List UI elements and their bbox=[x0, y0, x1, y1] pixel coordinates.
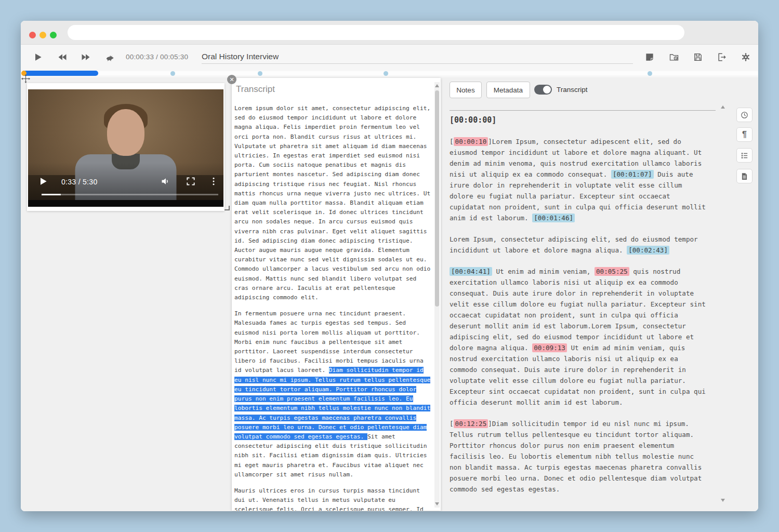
video-panel: 0:33 / 5:30 bbox=[27, 83, 225, 211]
selected-text[interactable]: Diam sollicitudin tempor id eu nisl nunc… bbox=[234, 367, 430, 440]
timestamp-badge-pink[interactable]: 00:09:13 bbox=[532, 343, 567, 352]
video-frame[interactable]: 0:33 / 5:30 bbox=[28, 89, 223, 207]
skip-forward-button[interactable] bbox=[80, 51, 92, 63]
timeline-marker[interactable] bbox=[648, 71, 652, 76]
settings-button[interactable] bbox=[740, 51, 752, 63]
video-more-options-button[interactable] bbox=[207, 175, 220, 188]
playback-speed-button[interactable] bbox=[104, 51, 116, 63]
export-icon bbox=[717, 52, 727, 62]
timeline-progress bbox=[23, 71, 98, 76]
video-play-icon bbox=[38, 176, 48, 187]
transcript-text[interactable]: Lorem ipsum dolor sit amet, consectetur … bbox=[234, 104, 433, 511]
list-icon bbox=[740, 151, 749, 160]
transcript-panel: ✕ Transcript Lorem ipsum dolor sit amet,… bbox=[232, 78, 441, 511]
titlebar bbox=[21, 21, 758, 45]
transcript-paragraph: Mauris ultrices eros in cursus turpis ma… bbox=[234, 486, 433, 511]
gear-icon bbox=[741, 52, 751, 62]
transcript-scrollbar[interactable] bbox=[434, 82, 440, 508]
timeline[interactable] bbox=[21, 69, 758, 77]
timestamped-transcript[interactable]: [00:00:00] [00:00:10]Lorem Ipsum, consec… bbox=[450, 115, 709, 511]
video-fullscreen-button[interactable] bbox=[184, 175, 197, 188]
transcript-segment: Mauris ultrices eros in cursus turpis ma… bbox=[234, 487, 430, 511]
transcript-toggle-label: Transcript bbox=[557, 86, 588, 94]
video-play-button[interactable] bbox=[36, 175, 50, 188]
document-tool-button[interactable] bbox=[736, 169, 752, 183]
video-volume-button[interactable] bbox=[159, 175, 173, 188]
video-time-display: 0:33 / 5:30 bbox=[61, 178, 97, 186]
clock-icon bbox=[740, 111, 749, 119]
toggle-knob bbox=[543, 86, 551, 94]
timestamp-badge-blue[interactable]: [00:04:41] bbox=[450, 267, 492, 276]
timestamp-badge-blue[interactable]: [00:02:43] bbox=[627, 246, 669, 255]
session-title-input[interactable] bbox=[202, 50, 633, 64]
timestamp-badge-pink[interactable]: 00:05:25 bbox=[595, 267, 629, 276]
kebab-menu-icon bbox=[208, 176, 219, 187]
folder-recent-icon bbox=[669, 52, 679, 62]
right-scroll-up-arrow-icon[interactable] bbox=[721, 105, 725, 109]
timestamp-badge-blue[interactable]: [00:01:07] bbox=[611, 170, 654, 179]
timeline-marker[interactable] bbox=[170, 71, 175, 76]
video-controls: 0:33 / 5:30 bbox=[28, 175, 223, 191]
skip-forward-icon bbox=[81, 52, 91, 62]
timestamp-badge-pink[interactable]: 00:12:25 bbox=[454, 419, 488, 428]
paragraph-tool-button[interactable]: ¶ bbox=[736, 127, 752, 142]
desktop-background: { "window": { "url_value": "" }, "toolba… bbox=[0, 0, 779, 532]
save-button[interactable] bbox=[692, 51, 704, 63]
timeline-marker[interactable] bbox=[384, 71, 388, 76]
note-button[interactable] bbox=[643, 51, 656, 63]
note-icon bbox=[644, 52, 655, 62]
timestamp-badge-pink[interactable]: 00:00:10 bbox=[454, 137, 488, 146]
divider bbox=[450, 110, 716, 111]
right-scroll-down-arrow-icon[interactable] bbox=[721, 499, 725, 502]
skip-back-icon bbox=[57, 52, 68, 62]
transcript-segment: [ bbox=[450, 138, 454, 145]
transcript-segment: quis nostrud exercitation ullamco labori… bbox=[450, 268, 706, 352]
scroll-up-arrow-icon[interactable] bbox=[435, 84, 439, 87]
transcript-segment: In fermentum posuere urna nec tincidunt … bbox=[234, 310, 424, 374]
video-progress-fill bbox=[42, 194, 61, 195]
interviewee-face bbox=[107, 109, 144, 156]
timestamps-tool-button[interactable] bbox=[736, 108, 752, 122]
minimize-window-button[interactable] bbox=[39, 32, 46, 38]
transcript-paragraph: In fermentum posuere urna nec tincidunt … bbox=[234, 309, 433, 480]
scroll-down-arrow-icon[interactable] bbox=[435, 502, 439, 506]
transcript-segment: Ut enim ad minim veniam, bbox=[492, 268, 595, 275]
transcript-paragraph: [00:00:10]Lorem Ipsum, consectetur adipe… bbox=[450, 136, 709, 223]
transcript-segment: Ut enim ad minim veniam, quis nostrud ex… bbox=[450, 344, 706, 406]
transcript-paragraph: Lorem Ipsum, consectetur adipiscing elit… bbox=[450, 234, 709, 256]
video-progress-bar[interactable] bbox=[42, 194, 218, 195]
play-button[interactable] bbox=[32, 51, 44, 63]
transcript-scrollbar-thumb[interactable] bbox=[435, 90, 439, 307]
time-display: 00:00:33 / 00:05:30 bbox=[126, 53, 188, 61]
close-window-button[interactable] bbox=[29, 32, 36, 38]
app-window: 00:00:33 / 00:05:30 bbox=[21, 21, 758, 511]
maximize-window-button[interactable] bbox=[50, 32, 57, 38]
transcript-paragraph: Lorem ipsum dolor sit amet, consectetur … bbox=[234, 104, 433, 302]
close-icon: ✕ bbox=[229, 76, 234, 83]
transcript-toggle[interactable] bbox=[534, 85, 552, 95]
transcript-segment: Lorem ipsum dolor sit amet, consectetur … bbox=[234, 105, 430, 301]
save-icon bbox=[693, 52, 703, 62]
transcript-panel-close-button[interactable]: ✕ bbox=[227, 75, 236, 84]
transcript-paragraph: [00:04:41] Ut enim ad minim veniam, 00:0… bbox=[450, 266, 709, 408]
url-bar[interactable] bbox=[68, 25, 684, 40]
move-cursor-icon bbox=[21, 74, 30, 83]
toolbar: 00:00:33 / 00:05:30 bbox=[21, 45, 758, 69]
list-tool-button[interactable] bbox=[736, 148, 752, 163]
timestamp-badge-blue[interactable]: [00:01:46] bbox=[532, 214, 575, 222]
video-letterbox bbox=[28, 200, 223, 207]
export-button[interactable] bbox=[716, 51, 728, 63]
play-icon bbox=[33, 52, 43, 62]
notes-tab-button[interactable]: Notes bbox=[450, 82, 482, 98]
content-area: 0:33 / 5:30 ✕ Tra bbox=[21, 77, 758, 511]
open-recent-button[interactable] bbox=[668, 51, 680, 63]
skip-back-button[interactable] bbox=[56, 51, 69, 63]
video-resize-grip[interactable] bbox=[225, 206, 230, 210]
transcript-segment: ]Diam sollicitudin tempor id eu nisl nun… bbox=[450, 420, 702, 493]
transcript-panel-title: Transcript bbox=[236, 84, 275, 95]
timeline-marker[interactable] bbox=[258, 71, 262, 76]
pilcrow-icon: ¶ bbox=[742, 130, 747, 139]
transcript-segment: [ bbox=[450, 420, 454, 428]
playback-speed-hare-icon bbox=[105, 52, 115, 62]
metadata-tab-button[interactable]: Metadata bbox=[486, 82, 530, 98]
